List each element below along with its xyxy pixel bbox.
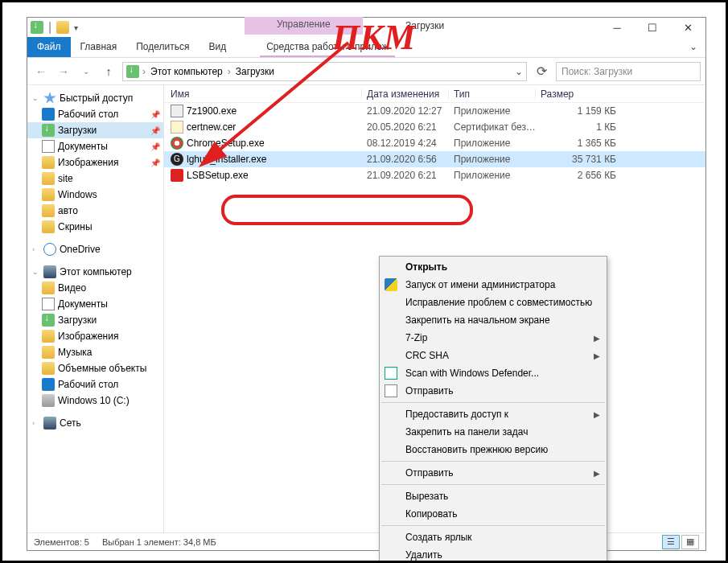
close-button[interactable]: ✕ <box>670 18 705 37</box>
titlebar: | ▾ Управление Загрузки ─ ☐ ✕ <box>27 18 705 37</box>
ribbon-tab-app-tools[interactable]: Средства работы с прилож <box>260 37 395 57</box>
nav-downloads2[interactable]: Загрузки <box>27 312 163 328</box>
explorer-window: | ▾ Управление Загрузки ─ ☐ ✕ Файл Главн… <box>27 17 706 551</box>
ribbon-tab-view[interactable]: Вид <box>199 37 236 57</box>
refresh-button[interactable]: ⟳ <box>532 64 551 79</box>
col-name[interactable]: Имя <box>164 88 362 100</box>
ctx-open[interactable]: Открыть <box>380 258 607 276</box>
ctx-give-access[interactable]: Предоставить доступ к▶ <box>380 405 607 423</box>
ctx-cut[interactable]: Вырезать <box>380 487 607 505</box>
ctx-sendto[interactable]: Отправить▶ <box>380 464 607 482</box>
nav-desktop2[interactable]: Рабочий стол <box>27 376 163 392</box>
ctx-defender[interactable]: Scan with Windows Defender... <box>380 364 607 382</box>
ctx-copy[interactable]: Копировать <box>380 505 607 523</box>
chevron-right-icon[interactable]: › <box>141 66 147 77</box>
ctx-7zip[interactable]: 7-Zip▶ <box>380 329 607 347</box>
downloads-icon <box>42 124 55 137</box>
file-row[interactable]: Glghub_installer.exe21.09.2020 6:56Прило… <box>164 151 705 167</box>
nav-drive-c[interactable]: Windows 10 (C:) <box>27 392 163 409</box>
view-details-button[interactable]: ☰ <box>662 535 680 549</box>
breadcrumb-downloads[interactable]: Загрузки <box>234 66 276 77</box>
ctx-crc[interactable]: CRC SHA▶ <box>380 347 607 364</box>
folder-icon <box>42 172 55 185</box>
maximize-button[interactable]: ☐ <box>635 18 670 37</box>
file-icon <box>171 121 183 134</box>
nav-folder-site[interactable]: site <box>27 171 163 187</box>
nav-folder-auto[interactable]: авто <box>27 203 163 219</box>
ctx-run-as-admin[interactable]: Запуск от имени администратора <box>380 276 607 294</box>
col-size[interactable]: Размер <box>536 88 624 100</box>
column-headers[interactable]: Имя Дата изменения Тип Размер <box>164 85 705 103</box>
nav-downloads[interactable]: Загрузки📌 <box>27 122 163 138</box>
col-date[interactable]: Дата изменения <box>362 88 449 100</box>
documents-icon <box>42 140 55 153</box>
ctx-shortcut[interactable]: Создать ярлык <box>380 528 607 546</box>
nav-back-button[interactable]: ← <box>32 63 50 80</box>
col-type[interactable]: Тип <box>449 88 536 100</box>
breadcrumb[interactable]: › Этот компьютер › Загрузки ⌄ <box>122 62 527 81</box>
nav-thispc[interactable]: ⌄Этот компьютер <box>27 264 163 280</box>
file-name: 7z1900.exe <box>187 105 236 117</box>
nav-up-button[interactable]: ↑ <box>100 63 117 80</box>
ribbon-expand-icon[interactable]: ⌄ <box>681 37 705 57</box>
folder-icon <box>42 188 55 201</box>
breadcrumb-dropdown-icon[interactable]: ⌄ <box>515 66 523 77</box>
nav-documents2[interactable]: Документы <box>27 296 163 312</box>
search-input[interactable]: Поиск: Загрузки <box>556 62 701 81</box>
file-date: 20.05.2020 6:21 <box>362 121 449 133</box>
star-icon <box>43 92 56 105</box>
thispc-icon <box>43 265 56 278</box>
folder-icon <box>42 220 55 233</box>
nav-folder-windows[interactable]: Windows <box>27 187 163 203</box>
ctx-troubleshoot[interactable]: Исправление проблем с совместимостью <box>380 294 607 311</box>
ctx-pin-taskbar[interactable]: Закрепить на панели задач <box>380 423 607 441</box>
ctx-restore[interactable]: Восстановить прежнюю версию <box>380 441 607 458</box>
view-thumbnails-button[interactable]: ▦ <box>681 535 699 549</box>
nav-desktop[interactable]: Рабочий стол📌 <box>27 106 163 122</box>
file-row[interactable]: 7z1900.exe21.09.2020 12:27Приложение1 15… <box>164 103 705 119</box>
pictures-icon <box>42 330 55 343</box>
pin-icon: 📌 <box>150 158 160 167</box>
chevron-right-icon[interactable]: › <box>226 66 232 77</box>
file-type: Приложение <box>449 105 536 117</box>
file-row[interactable]: LSBSetup.exe21.09.2020 6:21Приложение2 6… <box>164 167 705 183</box>
submenu-arrow-icon: ▶ <box>594 469 600 478</box>
ribbon-tab-home[interactable]: Главная <box>71 37 127 57</box>
nav-pictures[interactable]: Изображения📌 <box>27 154 163 171</box>
status-selection: Выбран 1 элемент: 34,8 МБ <box>102 537 216 547</box>
ctx-share[interactable]: Отправить <box>380 382 607 400</box>
nav-quick-access[interactable]: ⌄Быстрый доступ <box>27 90 163 106</box>
file-icon <box>171 105 183 117</box>
ctx-pin-start[interactable]: Закрепить на начальном экране <box>380 311 607 329</box>
nav-pictures2[interactable]: Изображения <box>27 328 163 344</box>
breadcrumb-thispc[interactable]: Этот компьютер <box>149 66 224 77</box>
shield-icon <box>385 278 397 291</box>
ctx-delete[interactable]: Удалить <box>380 546 607 563</box>
nav-recent-chevron-icon[interactable]: ⌄ <box>77 63 95 80</box>
file-row[interactable]: ChromeSetup.exe08.12.2019 4:24Приложение… <box>164 135 705 151</box>
file-size: 1 365 КБ <box>536 138 624 149</box>
ribbon-tab-share[interactable]: Поделиться <box>126 37 199 57</box>
nav-music[interactable]: Музыка <box>27 344 163 360</box>
share-icon <box>385 384 397 397</box>
submenu-arrow-icon: ▶ <box>594 334 600 343</box>
nav-network[interactable]: ›Сеть <box>27 415 163 431</box>
file-name: ChromeSetup.exe <box>187 138 265 149</box>
ribbon-context-tab[interactable]: Управление <box>245 17 363 35</box>
nav-videos[interactable]: Видео <box>27 280 163 296</box>
qat-chevron-icon[interactable]: ▾ <box>74 23 78 32</box>
ribbon-tab-file[interactable]: Файл <box>27 37 71 57</box>
pin-icon: 📌 <box>150 142 160 151</box>
nav-documents[interactable]: Документы📌 <box>27 138 163 154</box>
nav-3dobjects[interactable]: Объемные объекты <box>27 360 163 376</box>
file-row[interactable]: certnew.cer20.05.2020 6:21Сертификат без… <box>164 119 705 135</box>
nav-onedrive[interactable]: ›OneDrive <box>27 241 163 257</box>
drive-icon <box>42 394 55 407</box>
folder-icon <box>42 282 55 294</box>
minimize-button[interactable]: ─ <box>599 18 635 37</box>
nav-folder-screens[interactable]: Скрины <box>27 219 163 235</box>
folder-icon <box>42 362 55 375</box>
qat-folder-icon[interactable] <box>56 21 69 34</box>
pin-icon: 📌 <box>150 126 160 135</box>
nav-forward-button: → <box>55 63 72 80</box>
